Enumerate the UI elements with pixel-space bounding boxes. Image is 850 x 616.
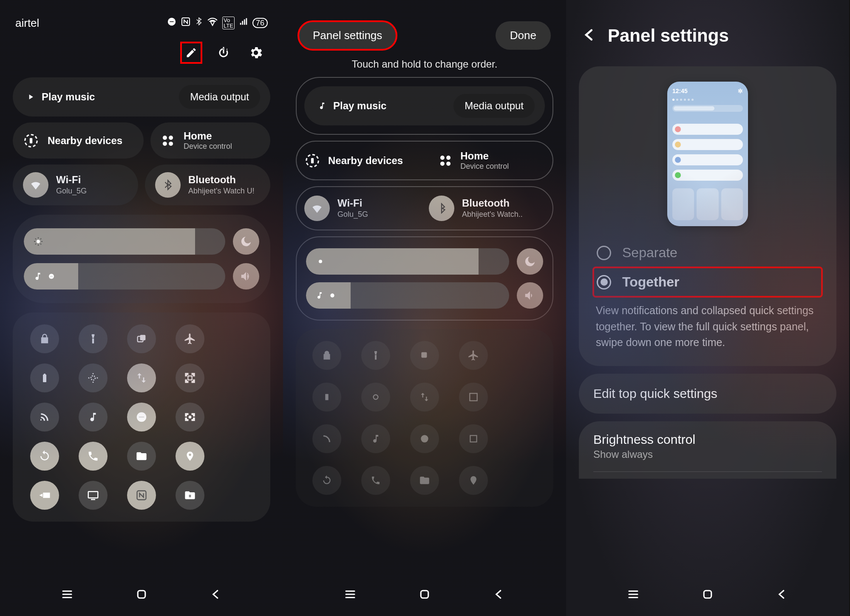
nav-recents[interactable] bbox=[344, 588, 357, 602]
nav-home[interactable] bbox=[418, 588, 431, 602]
home-tile-edit[interactable]: Home Device control bbox=[438, 150, 545, 171]
dnd-minus-icon bbox=[167, 16, 176, 30]
svg-point-30 bbox=[330, 293, 334, 297]
qs-file-d[interactable] bbox=[410, 466, 439, 495]
qs-secure-folder[interactable] bbox=[176, 481, 204, 510]
nearby-tile-edit[interactable]: Nearby devices bbox=[304, 153, 430, 169]
minus-circle-icon bbox=[48, 273, 55, 280]
nav-recents[interactable] bbox=[61, 588, 74, 602]
qs-flash-d[interactable] bbox=[361, 341, 390, 370]
moon-icon bbox=[240, 235, 252, 248]
dark-mode-toggle[interactable] bbox=[233, 228, 259, 255]
qs-qr-scan[interactable] bbox=[176, 363, 204, 392]
media-widget-edit[interactable]: Play music Media output bbox=[304, 86, 545, 125]
back-button[interactable] bbox=[581, 27, 598, 45]
qs-bat-d[interactable] bbox=[312, 383, 341, 412]
qs-location[interactable] bbox=[176, 442, 204, 471]
wifi-tile-edit[interactable]: Wi-Fi Golu_5G bbox=[304, 196, 420, 221]
nav-back[interactable] bbox=[210, 588, 222, 602]
qs-dex[interactable] bbox=[79, 481, 108, 510]
option-separate[interactable]: Separate bbox=[593, 238, 822, 267]
brightness-slider[interactable] bbox=[24, 228, 225, 255]
page-title: Panel settings bbox=[608, 26, 729, 46]
qs-sync[interactable] bbox=[30, 442, 59, 471]
bluetooth-tile[interactable]: Bluetooth Abhijeet's Watch U! bbox=[145, 165, 270, 205]
qs-multi-d[interactable] bbox=[410, 341, 439, 370]
nav-home[interactable] bbox=[135, 588, 148, 602]
qs-wifi-calling[interactable] bbox=[79, 442, 108, 471]
power-button[interactable] bbox=[213, 43, 234, 63]
media-output-edit[interactable]: Media output bbox=[453, 94, 535, 118]
status-icons: VoLTE 76 bbox=[167, 16, 268, 30]
qs-lock-d[interactable] bbox=[312, 341, 341, 370]
qs-files[interactable] bbox=[127, 442, 156, 471]
volume-slider-edit[interactable] bbox=[306, 282, 509, 309]
home-title: Home bbox=[460, 150, 509, 162]
panel-settings-button[interactable]: Panel settings bbox=[298, 21, 397, 50]
signal-icon bbox=[239, 16, 248, 30]
sun-icon bbox=[33, 236, 43, 247]
wifi-tile[interactable]: Wi-Fi Golu_5G bbox=[13, 165, 138, 205]
sound-button[interactable] bbox=[233, 263, 259, 290]
qs-rss[interactable] bbox=[30, 403, 59, 431]
svg-point-33 bbox=[373, 395, 378, 400]
brightness-slider-edit[interactable] bbox=[306, 248, 509, 275]
media-output-button[interactable]: Media output bbox=[179, 85, 260, 109]
svg-rect-31 bbox=[421, 352, 427, 358]
qs-rss-d[interactable] bbox=[312, 424, 341, 453]
wifi-sub: Golu_5G bbox=[337, 210, 368, 219]
dark-mode-edit[interactable] bbox=[517, 248, 543, 275]
qs-sync-d[interactable] bbox=[312, 466, 341, 495]
bt-tile-edit[interactable]: Bluetooth Abhijeet's Watch.. bbox=[429, 196, 545, 221]
qs-flashlight[interactable] bbox=[79, 324, 108, 353]
qs-dnd[interactable] bbox=[127, 403, 156, 431]
option-together[interactable]: Together bbox=[593, 267, 822, 297]
brightness-item[interactable]: Brightness control Show always bbox=[579, 421, 836, 479]
qs-dnd-d[interactable] bbox=[410, 424, 439, 453]
sound-edit[interactable] bbox=[517, 282, 543, 309]
qs-multiwindow[interactable] bbox=[127, 324, 156, 353]
device-control-tile[interactable]: Home Device control bbox=[150, 122, 270, 159]
qs-auto-d[interactable] bbox=[361, 383, 390, 412]
radio-checked-icon bbox=[597, 275, 611, 290]
qs-loc-d[interactable] bbox=[459, 466, 488, 495]
nav-home[interactable] bbox=[701, 588, 714, 602]
svg-point-35 bbox=[421, 435, 428, 442]
wifi-title: Wi-Fi bbox=[56, 174, 87, 185]
svg-point-27 bbox=[440, 162, 445, 166]
nearby-devices-tile[interactable]: Nearby devices bbox=[13, 122, 144, 159]
bluetooth-status-icon bbox=[195, 16, 203, 30]
qs-battery[interactable] bbox=[30, 363, 59, 392]
qs-music-d[interactable] bbox=[361, 424, 390, 453]
settings-button[interactable] bbox=[246, 43, 266, 63]
brightness-sub: Show always bbox=[593, 449, 822, 460]
qs-auto-brightness[interactable] bbox=[79, 363, 108, 392]
volume-slider[interactable] bbox=[24, 263, 225, 290]
qs-rec-d[interactable] bbox=[459, 424, 488, 453]
settings-header: Panel settings bbox=[566, 0, 849, 59]
qs-qr-d[interactable] bbox=[459, 383, 488, 412]
qs-air-d[interactable] bbox=[459, 341, 488, 370]
nav-back[interactable] bbox=[493, 588, 505, 602]
done-button[interactable]: Done bbox=[496, 21, 551, 50]
qs-data-d[interactable] bbox=[410, 383, 439, 412]
svg-point-6 bbox=[169, 135, 173, 139]
layout-option-card: 12:45 ✲ Separate Together View notific bbox=[579, 66, 836, 366]
edit-top-item[interactable]: Edit top quick settings bbox=[579, 374, 836, 414]
qs-data-transfer[interactable] bbox=[127, 363, 156, 392]
phone-1-quick-settings: airtel VoLTE 76 bbox=[0, 0, 283, 616]
media-player-widget[interactable]: Play music Media output bbox=[13, 77, 270, 116]
qs-lock[interactable] bbox=[30, 324, 59, 353]
home-title: Home bbox=[184, 130, 232, 142]
qs-music[interactable] bbox=[79, 403, 108, 431]
qs-screen-record[interactable] bbox=[176, 403, 204, 431]
qs-smart-view[interactable] bbox=[30, 481, 59, 510]
qs-airplane[interactable] bbox=[176, 324, 204, 353]
nav-back[interactable] bbox=[776, 588, 788, 602]
speaker-icon bbox=[524, 289, 536, 302]
qs-nfc-tile[interactable] bbox=[127, 481, 156, 510]
nearby-label: Nearby devices bbox=[48, 135, 122, 147]
qs-call-d[interactable] bbox=[361, 466, 390, 495]
nav-recents[interactable] bbox=[627, 588, 640, 602]
edit-button[interactable] bbox=[181, 43, 201, 63]
